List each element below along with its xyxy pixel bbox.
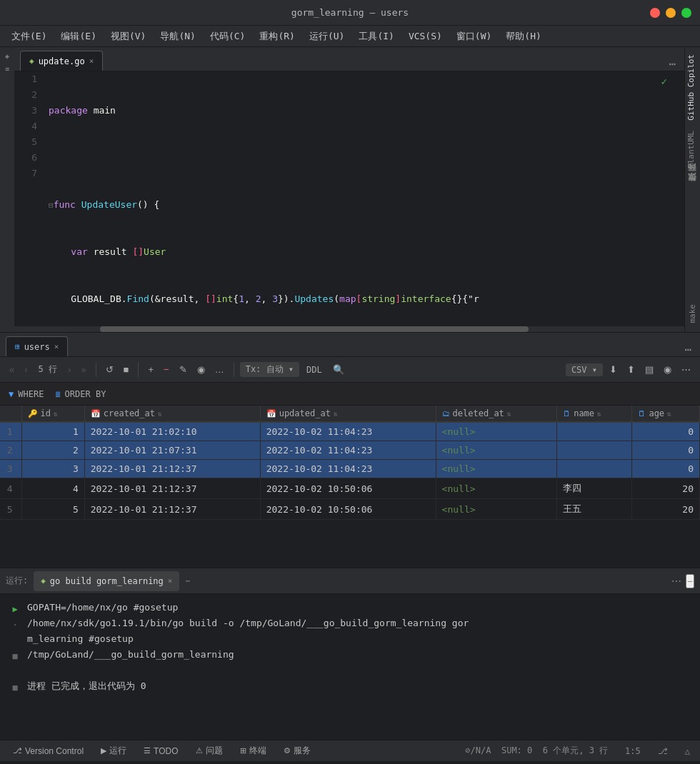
db-csv-btn[interactable]: CSV ▾: [566, 363, 603, 376]
maximize-button[interactable]: [681, 8, 691, 18]
status-git[interactable]: ⎇: [654, 745, 672, 758]
table-row[interactable]: 332022-10-01 21:12:372022-10-02 11:04:23…: [0, 460, 700, 478]
db-add-btn[interactable]: +: [144, 363, 157, 376]
sidebar-bookmark-icon[interactable]: ◈: [1, 50, 13, 61]
run-tab-gobuild[interactable]: ◈ go build gorm_learning ×: [34, 571, 179, 591]
table-cell[interactable]: 3: [0, 460, 21, 478]
menu-tools[interactable]: 工具(I): [353, 29, 399, 44]
table-cell[interactable]: 李四: [557, 478, 632, 499]
db-view-btn[interactable]: ◉: [194, 363, 209, 376]
col-header-deleted-at[interactable]: 🗂 deleted_at ⇅: [436, 406, 557, 422]
table-cell[interactable]: 4: [0, 478, 21, 499]
db-tab-more[interactable]: ⋯: [681, 343, 694, 356]
table-cell[interactable]: 2022-10-02 11:04:23: [260, 460, 436, 478]
col-header-name[interactable]: 🗒 name ⇅: [557, 406, 632, 422]
table-cell[interactable]: 2022-10-01 21:02:10: [84, 422, 260, 441]
right-panel-make[interactable]: make: [686, 300, 699, 328]
table-row[interactable]: 442022-10-01 21:12:372022-10-02 10:50:06…: [0, 478, 700, 499]
db-more-btn[interactable]: …: [211, 363, 228, 376]
table-cell[interactable]: 0: [632, 441, 700, 460]
db-tx-selector[interactable]: Tx: 自动 ▾: [240, 362, 299, 377]
table-cell[interactable]: 2022-10-02 11:04:23: [260, 422, 436, 441]
minimize-button[interactable]: [666, 8, 676, 18]
db-view2-btn[interactable]: ◉: [660, 363, 675, 376]
col-updatedat-sort[interactable]: ⇅: [334, 410, 338, 418]
table-cell[interactable]: 2022-10-01 21:07:31: [84, 441, 260, 460]
bottom-terminal-btn[interactable]: ⊞ 终端: [233, 743, 274, 758]
table-cell[interactable]: <null>: [436, 460, 557, 478]
table-row[interactable]: 222022-10-01 21:07:312022-10-02 11:04:23…: [0, 441, 700, 460]
table-cell[interactable]: 4: [21, 478, 84, 499]
table-cell[interactable]: 2022-10-01 21:12:37: [84, 478, 260, 499]
editor-tab-update[interactable]: ◈ update.go ×: [20, 51, 103, 71]
table-cell[interactable]: <null>: [436, 499, 557, 520]
db-import-btn[interactable]: ⬆: [624, 363, 639, 376]
editor-scrollbar[interactable]: [14, 326, 684, 332]
menu-code[interactable]: 代码(C): [204, 29, 251, 44]
table-row[interactable]: 112022-10-01 21:02:102022-10-02 11:04:23…: [0, 422, 700, 441]
table-cell[interactable]: 0: [632, 422, 700, 441]
table-row[interactable]: 552022-10-01 21:12:372022-10-02 10:50:06…: [0, 499, 700, 520]
table-cell[interactable]: 3: [21, 460, 84, 478]
run-more-btn[interactable]: ⋯: [671, 575, 681, 587]
db-export-btn[interactable]: ⬇: [606, 363, 621, 376]
menu-help[interactable]: 帮助(H): [500, 29, 546, 44]
db-nav-first[interactable]: «: [6, 363, 18, 376]
menu-run[interactable]: 运行(U): [304, 29, 350, 44]
menu-file[interactable]: 文件(E): [6, 29, 52, 44]
col-createdat-sort[interactable]: ⇅: [158, 410, 162, 418]
bottom-problems-btn[interactable]: ⚠ 问题: [189, 743, 230, 758]
db-more2-btn[interactable]: ⋯: [678, 363, 694, 376]
table-cell[interactable]: 2022-10-02 11:04:23: [260, 441, 436, 460]
table-cell[interactable]: [557, 422, 632, 441]
table-cell[interactable]: <null>: [436, 441, 557, 460]
col-age-sort[interactable]: ⇅: [667, 410, 671, 418]
col-name-sort[interactable]: ⇅: [597, 410, 601, 418]
filter-orderby[interactable]: ≣ ORDER BY: [55, 389, 106, 399]
table-cell[interactable]: <null>: [436, 478, 557, 499]
table-cell[interactable]: [557, 460, 632, 478]
menu-refactor[interactable]: 重构(R): [254, 29, 300, 44]
table-cell[interactable]: 王五: [557, 499, 632, 520]
right-panel-copilot[interactable]: GitHub Copilot: [685, 50, 700, 125]
db-nav-last[interactable]: »: [77, 363, 89, 376]
code-content[interactable]: package main ⊟func UpdateUser() { var re…: [49, 71, 684, 326]
run-tab-close[interactable]: ×: [168, 576, 173, 585]
table-cell[interactable]: 2: [21, 441, 84, 460]
col-id-sort[interactable]: ⇅: [54, 410, 58, 418]
table-cell[interactable]: 1: [0, 422, 21, 441]
table-cell[interactable]: <null>: [436, 422, 557, 441]
db-ddl-btn[interactable]: DDL: [302, 363, 326, 376]
bottom-todo-btn[interactable]: ☰ TODO: [136, 745, 185, 758]
col-header-updated-at[interactable]: 📅 updated_at ⇅: [260, 406, 436, 422]
db-remove-btn[interactable]: −: [160, 363, 173, 376]
right-panel-database[interactable]: 数据库: [685, 184, 700, 193]
sidebar-structure-icon[interactable]: ≡: [1, 63, 13, 74]
table-cell[interactable]: 2022-10-02 10:50:06: [260, 499, 436, 520]
menu-view[interactable]: 视图(V): [105, 29, 151, 44]
col-header-age[interactable]: 🗒 age ⇅: [632, 406, 700, 422]
table-cell[interactable]: 2022-10-02 10:50:06: [260, 478, 436, 499]
col-header-created-at[interactable]: 📅 created_at ⇅: [84, 406, 260, 422]
col-header-id[interactable]: 🔑 id ⇅: [21, 406, 84, 422]
menu-nav[interactable]: 导航(N): [154, 29, 201, 44]
bottom-services-btn[interactable]: ⚙ 服务: [276, 743, 318, 758]
db-tab-close[interactable]: ×: [54, 342, 59, 351]
table-cell[interactable]: 5: [21, 499, 84, 520]
db-stop-btn[interactable]: ■: [120, 363, 133, 376]
db-tab-users[interactable]: ⊞ users ×: [6, 336, 68, 356]
db-nav-next[interactable]: ›: [64, 363, 74, 376]
db-nav-prev[interactable]: ‹: [21, 363, 31, 376]
table-cell[interactable]: 20: [632, 478, 700, 499]
run-tab-more[interactable]: ⋯: [185, 576, 190, 585]
db-chart-btn[interactable]: ▤: [641, 363, 657, 376]
table-cell[interactable]: 2: [0, 441, 21, 460]
table-cell[interactable]: 0: [632, 460, 700, 478]
table-cell[interactable]: 2022-10-01 21:12:37: [84, 460, 260, 478]
table-cell[interactable]: 1: [21, 422, 84, 441]
run-collapse-btn[interactable]: −: [686, 574, 694, 588]
bottom-vcs-btn[interactable]: ⎇ Version Control: [6, 745, 91, 758]
right-panel-translate[interactable]: 翻译: [685, 174, 700, 183]
table-cell[interactable]: 20: [632, 499, 700, 520]
filter-where[interactable]: ▼ WHERE: [9, 389, 44, 399]
